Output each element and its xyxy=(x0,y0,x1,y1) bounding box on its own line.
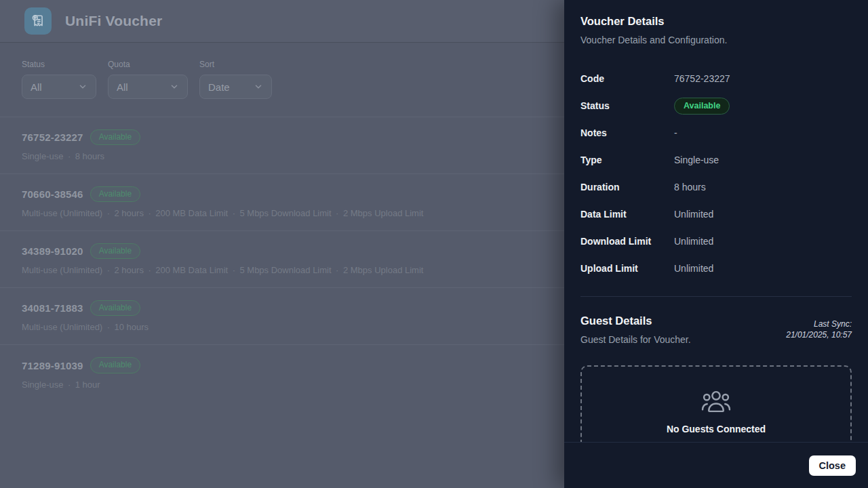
field-data-limit: Data Limit Unlimited xyxy=(580,201,852,228)
field-download-limit: Download Limit Unlimited xyxy=(580,228,852,255)
status-badge: Available xyxy=(674,98,730,115)
panel-subtitle: Voucher Details and Configuration. xyxy=(580,35,852,45)
screen: UniFi Voucher Status All Quota All Sort xyxy=(0,0,868,488)
field-label: Notes xyxy=(580,127,674,138)
last-sync-value: 21/01/2025, 10:57 xyxy=(786,329,852,340)
field-label: Status xyxy=(580,100,674,111)
field-value: Unlimited xyxy=(674,263,713,274)
field-value: 76752-23227 xyxy=(674,73,730,84)
field-value: 8 hours xyxy=(674,182,706,192)
field-label: Download Limit xyxy=(580,236,674,247)
panel-title: Voucher Details xyxy=(580,0,852,28)
field-value: - xyxy=(674,127,677,138)
field-duration: Duration 8 hours xyxy=(580,174,852,201)
field-status: Status Available xyxy=(580,92,852,119)
field-value: Single-use xyxy=(674,155,719,165)
guest-details-subtitle: Guest Details for Voucher. xyxy=(580,334,691,345)
voucher-fields: Code 76752-23227 Status Available Notes … xyxy=(580,65,852,282)
close-button[interactable]: Close xyxy=(809,455,856,476)
field-value: Unlimited xyxy=(674,209,713,220)
field-label: Code xyxy=(580,73,674,84)
field-value: Unlimited xyxy=(674,236,713,247)
field-label: Upload Limit xyxy=(580,263,674,274)
field-label: Data Limit xyxy=(580,209,674,220)
field-type: Type Single-use xyxy=(580,146,852,174)
field-label: Type xyxy=(580,155,674,165)
no-guests-text: No Guests Connected xyxy=(667,424,766,434)
field-code: Code 76752-23227 xyxy=(580,65,852,92)
field-notes: Notes - xyxy=(580,119,852,146)
field-label: Duration xyxy=(580,182,674,192)
guest-details-header: Guest Details Guest Details for Voucher.… xyxy=(580,314,852,345)
guests-group-icon xyxy=(701,389,732,414)
guest-details-title: Guest Details xyxy=(580,314,691,327)
last-sync-label: Last Sync: xyxy=(786,319,852,329)
last-sync: Last Sync: 21/01/2025, 10:57 xyxy=(786,319,852,340)
section-divider xyxy=(580,296,852,297)
voucher-details-panel: Voucher Details Voucher Details and Conf… xyxy=(564,0,868,488)
no-guests-box: No Guests Connected xyxy=(580,365,852,442)
field-upload-limit: Upload Limit Unlimited xyxy=(580,255,852,282)
panel-content: Voucher Details Voucher Details and Conf… xyxy=(564,0,868,442)
panel-footer: Close xyxy=(564,442,868,488)
